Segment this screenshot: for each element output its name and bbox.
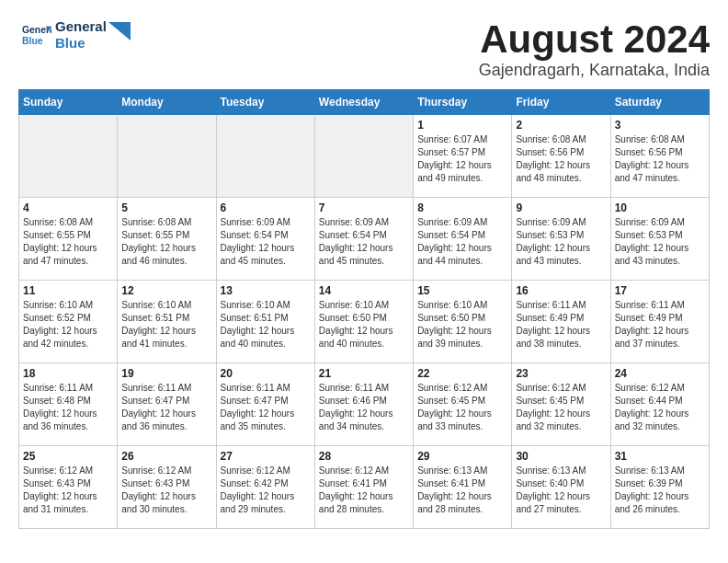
day-number: 4 (23, 201, 113, 214)
day-number: 22 (417, 367, 507, 380)
day-number: 25 (23, 450, 113, 463)
day-number: 11 (23, 284, 113, 297)
calendar-cell: 8Sunrise: 6:09 AMSunset: 6:54 PMDaylight… (414, 198, 512, 281)
calendar-cell: 25Sunrise: 6:12 AMSunset: 6:43 PMDayligh… (19, 446, 118, 529)
calendar-week-row: 1Sunrise: 6:07 AMSunset: 6:57 PMDaylight… (19, 115, 710, 198)
logo: General Blue General Blue (18, 18, 131, 52)
day-info: Sunrise: 6:09 AMSunset: 6:54 PMDaylight:… (319, 216, 409, 268)
calendar-week-row: 11Sunrise: 6:10 AMSunset: 6:52 PMDayligh… (19, 281, 710, 363)
calendar-cell (314, 115, 413, 198)
day-info: Sunrise: 6:10 AMSunset: 6:50 PMDaylight:… (417, 299, 507, 350)
weekday-header-saturday: Saturday (610, 90, 709, 115)
day-info: Sunrise: 6:11 AMSunset: 6:47 PMDaylight:… (121, 382, 211, 433)
day-info: Sunrise: 6:12 AMSunset: 6:44 PMDaylight:… (615, 382, 705, 433)
day-info: Sunrise: 6:11 AMSunset: 6:49 PMDaylight:… (516, 299, 606, 350)
day-number: 12 (121, 284, 211, 297)
title-section: August 2024 Gajendragarh, Karnataka, Ind… (479, 18, 710, 80)
month-title: August 2024 (479, 18, 710, 61)
day-number: 3 (615, 119, 705, 132)
calendar-week-row: 25Sunrise: 6:12 AMSunset: 6:43 PMDayligh… (19, 446, 710, 529)
day-info: Sunrise: 6:12 AMSunset: 6:43 PMDaylight:… (23, 465, 113, 516)
day-number: 21 (319, 367, 409, 380)
day-info: Sunrise: 6:10 AMSunset: 6:51 PMDaylight:… (121, 299, 211, 350)
page-header: General Blue General Blue August 2024 Ga… (18, 18, 710, 80)
calendar-week-row: 4Sunrise: 6:08 AMSunset: 6:55 PMDaylight… (19, 198, 710, 281)
day-info: Sunrise: 6:12 AMSunset: 6:42 PMDaylight:… (221, 465, 311, 516)
calendar-cell: 17Sunrise: 6:11 AMSunset: 6:49 PMDayligh… (610, 281, 709, 363)
calendar-cell: 28Sunrise: 6:12 AMSunset: 6:41 PMDayligh… (314, 446, 413, 529)
day-number: 23 (516, 367, 606, 380)
day-info: Sunrise: 6:12 AMSunset: 6:41 PMDaylight:… (319, 465, 409, 516)
day-info: Sunrise: 6:11 AMSunset: 6:47 PMDaylight:… (221, 382, 311, 433)
day-number: 31 (615, 450, 705, 463)
logo-chevron-icon (108, 22, 131, 40)
day-number: 16 (516, 284, 606, 297)
day-info: Sunrise: 6:08 AMSunset: 6:56 PMDaylight:… (615, 133, 705, 185)
calendar-cell: 19Sunrise: 6:11 AMSunset: 6:47 PMDayligh… (118, 363, 216, 446)
day-info: Sunrise: 6:09 AMSunset: 6:53 PMDaylight:… (516, 216, 606, 268)
day-number: 8 (417, 201, 507, 214)
day-number: 1 (417, 119, 507, 132)
day-info: Sunrise: 6:11 AMSunset: 6:48 PMDaylight:… (23, 382, 113, 433)
calendar-cell: 20Sunrise: 6:11 AMSunset: 6:47 PMDayligh… (216, 363, 314, 446)
calendar-cell: 31Sunrise: 6:13 AMSunset: 6:39 PMDayligh… (610, 446, 709, 529)
logo-icon: General Blue (22, 20, 51, 50)
day-number: 6 (221, 201, 311, 214)
calendar-cell: 4Sunrise: 6:08 AMSunset: 6:55 PMDaylight… (19, 198, 118, 281)
calendar-cell: 1Sunrise: 6:07 AMSunset: 6:57 PMDaylight… (414, 115, 512, 198)
location-title: Gajendragarh, Karnataka, India (479, 61, 710, 80)
day-info: Sunrise: 6:08 AMSunset: 6:55 PMDaylight:… (23, 216, 113, 268)
weekday-header-sunday: Sunday (19, 90, 118, 115)
day-number: 13 (221, 284, 311, 297)
day-number: 9 (516, 201, 606, 214)
calendar-cell: 10Sunrise: 6:09 AMSunset: 6:53 PMDayligh… (610, 198, 709, 281)
day-info: Sunrise: 6:10 AMSunset: 6:50 PMDaylight:… (319, 299, 409, 350)
calendar-cell: 24Sunrise: 6:12 AMSunset: 6:44 PMDayligh… (610, 363, 709, 446)
calendar-cell: 18Sunrise: 6:11 AMSunset: 6:48 PMDayligh… (19, 363, 118, 446)
calendar-cell (216, 115, 314, 198)
day-number: 27 (221, 450, 311, 463)
weekday-header-thursday: Thursday (414, 90, 512, 115)
calendar-cell: 15Sunrise: 6:10 AMSunset: 6:50 PMDayligh… (414, 281, 512, 363)
day-number: 17 (615, 284, 705, 297)
day-info: Sunrise: 6:11 AMSunset: 6:46 PMDaylight:… (319, 382, 409, 433)
day-number: 30 (516, 450, 606, 463)
calendar-header: SundayMondayTuesdayWednesdayThursdayFrid… (19, 90, 710, 115)
day-number: 28 (319, 450, 409, 463)
day-info: Sunrise: 6:09 AMSunset: 6:54 PMDaylight:… (221, 216, 311, 268)
weekday-header-wednesday: Wednesday (314, 90, 413, 115)
day-number: 2 (516, 119, 606, 132)
calendar-cell: 12Sunrise: 6:10 AMSunset: 6:51 PMDayligh… (118, 281, 216, 363)
calendar-cell: 16Sunrise: 6:11 AMSunset: 6:49 PMDayligh… (512, 281, 610, 363)
day-number: 29 (417, 450, 507, 463)
day-number: 26 (121, 450, 211, 463)
logo-text: General Blue (55, 18, 107, 52)
day-info: Sunrise: 6:12 AMSunset: 6:43 PMDaylight:… (121, 465, 211, 516)
calendar-week-row: 18Sunrise: 6:11 AMSunset: 6:48 PMDayligh… (19, 363, 710, 446)
calendar-cell: 11Sunrise: 6:10 AMSunset: 6:52 PMDayligh… (19, 281, 118, 363)
svg-marker-3 (108, 22, 131, 40)
day-info: Sunrise: 6:10 AMSunset: 6:52 PMDaylight:… (23, 299, 113, 350)
day-number: 18 (23, 367, 113, 380)
calendar-cell: 22Sunrise: 6:12 AMSunset: 6:45 PMDayligh… (414, 363, 512, 446)
svg-text:Blue: Blue (22, 36, 43, 46)
calendar-cell: 7Sunrise: 6:09 AMSunset: 6:54 PMDaylight… (314, 198, 413, 281)
day-number: 24 (615, 367, 705, 380)
calendar-cell: 30Sunrise: 6:13 AMSunset: 6:40 PMDayligh… (512, 446, 610, 529)
weekday-header-tuesday: Tuesday (216, 90, 314, 115)
day-info: Sunrise: 6:12 AMSunset: 6:45 PMDaylight:… (417, 382, 507, 433)
calendar-cell: 2Sunrise: 6:08 AMSunset: 6:56 PMDaylight… (512, 115, 610, 198)
calendar-cell (118, 115, 216, 198)
calendar-cell: 26Sunrise: 6:12 AMSunset: 6:43 PMDayligh… (118, 446, 216, 529)
calendar-cell: 5Sunrise: 6:08 AMSunset: 6:55 PMDaylight… (118, 198, 216, 281)
calendar-cell: 13Sunrise: 6:10 AMSunset: 6:51 PMDayligh… (216, 281, 314, 363)
calendar-cell: 9Sunrise: 6:09 AMSunset: 6:53 PMDaylight… (512, 198, 610, 281)
day-info: Sunrise: 6:10 AMSunset: 6:51 PMDaylight:… (221, 299, 311, 350)
day-number: 20 (221, 367, 311, 380)
calendar-cell (19, 115, 118, 198)
day-number: 7 (319, 201, 409, 214)
day-info: Sunrise: 6:11 AMSunset: 6:49 PMDaylight:… (615, 299, 705, 350)
day-info: Sunrise: 6:07 AMSunset: 6:57 PMDaylight:… (417, 133, 507, 185)
day-info: Sunrise: 6:13 AMSunset: 6:39 PMDaylight:… (615, 465, 705, 516)
weekday-header-friday: Friday (512, 90, 610, 115)
